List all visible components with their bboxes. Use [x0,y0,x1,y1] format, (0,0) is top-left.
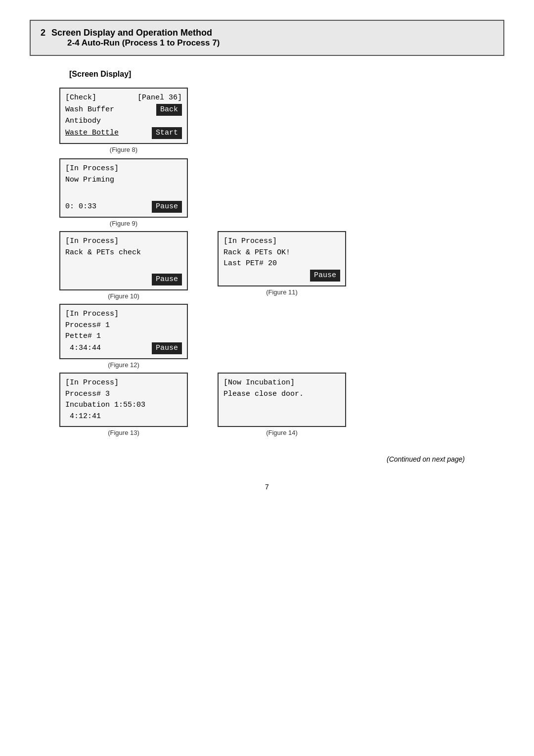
lcd-screen-8: [Check] [Panel 36] Wash Buffer Back Anti… [59,88,188,144]
figure-block-13: [In Process] Process# 3 Incubation 1:55:… [59,373,188,436]
lcd-line-10-4: Pause [65,274,182,286]
fig12-caption: (Figure 12) [108,361,139,369]
lcd-text: Process# 1 [65,320,182,331]
figure-row-10-11: [In Process] Rack & PETs check Pause (Fi… [59,231,504,300]
header-box: 2 Screen Display and Operation Method 2-… [30,20,504,56]
lcd-text: Last PET# 20 [223,258,340,270]
start-button[interactable]: Start [152,127,182,140]
figure-row-9: [In Process] Now Priming 0: 0:33 Pause (… [59,158,504,227]
section-subtitle: 2-4 Auto-Run (Process 1 to Process 7) [67,38,220,48]
lcd-text: Incubation 1:55:03 [65,400,182,411]
lcd-text: Rack & PETs check [65,247,182,259]
section-number: 2 [41,28,45,48]
section-title: Screen Display and Operation Method [51,28,220,38]
figures-area: [Check] [Panel 36] Wash Buffer Back Anti… [59,88,504,440]
fig14-caption: (Figure 14) [266,429,298,436]
lcd-text: Process# 3 [65,389,182,400]
fig11-caption: (Figure 11) [266,288,298,296]
lcd-text: [Check] [65,93,96,104]
fig13-caption: (Figure 13) [108,429,139,436]
lcd-screen-13: [In Process] Process# 3 Incubation 1:55:… [59,373,188,427]
lcd-text: Please close door. [223,389,340,400]
screen-display-label: [Screen Display] [69,70,504,79]
lcd-line-12-4: 4:34:44 Pause [65,342,182,355]
lcd-text: [In Process] [65,309,182,320]
figure-block-14: [Now Incubation] Please close door. (Fig… [218,373,346,436]
lcd-text: [In Process] [223,236,340,247]
lcd-text: 0: 0:33 [65,201,96,213]
lcd-spacer [65,262,182,274]
figure-row-8: [Check] [Panel 36] Wash Buffer Back Anti… [59,88,504,153]
lcd-screen-9: [In Process] Now Priming 0: 0:33 Pause [59,158,188,218]
pause-button[interactable]: Pause [310,270,340,282]
lcd-screen-11: [In Process] Rack & PETs OK! Last PET# 2… [218,231,346,286]
fig8-caption: (Figure 8) [110,146,137,153]
lcd-text: [In Process] [65,236,182,247]
figure-block-11: [In Process] Rack & PETs OK! Last PET# 2… [218,231,346,296]
figure-block-8: [Check] [Panel 36] Wash Buffer Back Anti… [59,88,188,153]
figure-block-9: [In Process] Now Priming 0: 0:33 Pause (… [59,158,188,227]
lcd-line-11-4: Pause [223,270,340,282]
fig9-caption: (Figure 9) [110,220,137,227]
back-button[interactable]: Back [156,104,182,116]
fig10-caption: (Figure 10) [108,292,139,300]
lcd-line-8-1: [Check] [Panel 36] [65,93,182,104]
lcd-text: Antibody [65,116,182,127]
lcd-text: [Now Incubation] [223,378,340,389]
lcd-line-8-4: Waste Bottle Start [65,127,182,140]
lcd-text: 4:12:41 [65,411,182,423]
figure-row-13-14: [In Process] Process# 3 Incubation 1:55:… [59,373,504,436]
figure-block-12: [In Process] Process# 1 Pette# 1 4:34:44… [59,304,188,369]
lcd-text: [Panel 36] [137,93,182,104]
lcd-screen-10: [In Process] Rack & PETs check Pause [59,231,188,290]
continued-label: (Continued on next page) [30,455,465,463]
lcd-line-8-2: Wash Buffer Back [65,104,182,116]
figure-block-10: [In Process] Rack & PETs check Pause (Fi… [59,231,188,300]
lcd-text: Pette# 1 [65,331,182,342]
lcd-screen-14: [Now Incubation] Please close door. [218,373,346,427]
lcd-text: Rack & PETs OK! [223,247,340,259]
pause-button[interactable]: Pause [152,274,182,286]
lcd-screen-12: [In Process] Process# 1 Pette# 1 4:34:44… [59,304,188,359]
lcd-text: Now Priming [65,175,182,186]
lcd-text: [In Process] [65,163,182,175]
page-number: 7 [30,483,504,491]
lcd-text: [In Process] [65,378,182,389]
lcd-text: Waste Bottle [65,128,119,139]
lcd-text: Wash Buffer [65,104,114,116]
lcd-line-9-4: 0: 0:33 Pause [65,201,182,213]
figure-row-12: [In Process] Process# 1 Pette# 1 4:34:44… [59,304,504,369]
lcd-text: 4:34:44 [65,343,101,354]
lcd-spacer [65,189,182,201]
lcd-spacer [223,400,340,411]
lcd-spacer [223,411,340,423]
pause-button[interactable]: Pause [152,342,182,355]
pause-button[interactable]: Pause [152,201,182,213]
